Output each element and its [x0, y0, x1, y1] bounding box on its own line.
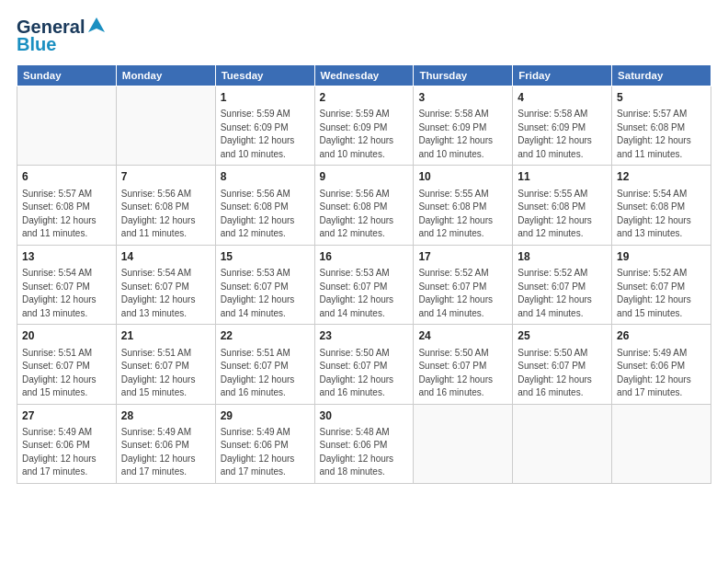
day-detail: Sunrise: 5:55 AM Sunset: 6:08 PM Dayligh…	[418, 188, 507, 241]
day-cell: 2Sunrise: 5:59 AM Sunset: 6:09 PM Daylig…	[314, 86, 414, 166]
page: General Blue SundayMondayTuesdayWednesda…	[0, 0, 728, 563]
day-detail: Sunrise: 5:49 AM Sunset: 6:06 PM Dayligh…	[22, 426, 111, 479]
day-cell: 14Sunrise: 5:54 AM Sunset: 6:07 PM Dayli…	[116, 245, 215, 324]
day-detail: Sunrise: 5:49 AM Sunset: 6:06 PM Dayligh…	[121, 426, 210, 479]
day-detail: Sunrise: 5:56 AM Sunset: 6:08 PM Dayligh…	[221, 188, 310, 241]
logo-icon	[86, 16, 107, 36]
day-detail: Sunrise: 5:50 AM Sunset: 6:07 PM Dayligh…	[320, 347, 409, 400]
day-number: 9	[320, 169, 409, 185]
day-number: 22	[221, 328, 310, 344]
day-detail: Sunrise: 5:52 AM Sunset: 6:07 PM Dayligh…	[518, 267, 607, 320]
day-detail: Sunrise: 5:50 AM Sunset: 6:07 PM Dayligh…	[418, 347, 507, 400]
day-detail: Sunrise: 5:50 AM Sunset: 6:07 PM Dayligh…	[518, 347, 607, 400]
day-detail: Sunrise: 5:54 AM Sunset: 6:07 PM Dayligh…	[22, 267, 111, 320]
calendar-header-thursday: Thursday	[414, 65, 513, 86]
day-detail: Sunrise: 5:51 AM Sunset: 6:07 PM Dayligh…	[221, 347, 310, 400]
day-number: 8	[221, 169, 310, 185]
day-cell: 24Sunrise: 5:50 AM Sunset: 6:07 PM Dayli…	[414, 325, 513, 404]
day-cell: 7Sunrise: 5:56 AM Sunset: 6:08 PM Daylig…	[116, 166, 215, 245]
day-cell: 6Sunrise: 5:57 AM Sunset: 6:08 PM Daylig…	[17, 166, 117, 245]
day-cell: 18Sunrise: 5:52 AM Sunset: 6:07 PM Dayli…	[513, 245, 612, 324]
day-number: 21	[121, 328, 210, 344]
day-cell: 22Sunrise: 5:51 AM Sunset: 6:07 PM Dayli…	[215, 325, 314, 404]
day-number: 13	[22, 249, 111, 265]
day-detail: Sunrise: 5:53 AM Sunset: 6:07 PM Dayligh…	[320, 267, 409, 320]
day-number: 2	[320, 90, 409, 106]
day-cell: 28Sunrise: 5:49 AM Sunset: 6:06 PM Dayli…	[116, 404, 215, 483]
week-row-3: 13Sunrise: 5:54 AM Sunset: 6:07 PM Dayli…	[17, 245, 711, 324]
day-number: 30	[320, 408, 409, 424]
day-detail: Sunrise: 5:55 AM Sunset: 6:08 PM Dayligh…	[518, 188, 607, 241]
day-cell: 12Sunrise: 5:54 AM Sunset: 6:08 PM Dayli…	[612, 166, 711, 245]
day-number: 19	[617, 249, 706, 265]
logo: General Blue	[17, 17, 107, 55]
day-cell	[612, 404, 711, 483]
calendar-header-row: SundayMondayTuesdayWednesdayThursdayFrid…	[17, 65, 711, 86]
day-cell	[414, 404, 513, 483]
day-number: 20	[22, 328, 111, 344]
day-cell: 21Sunrise: 5:51 AM Sunset: 6:07 PM Dayli…	[116, 325, 215, 404]
day-detail: Sunrise: 5:48 AM Sunset: 6:06 PM Dayligh…	[320, 426, 409, 479]
day-number: 24	[418, 328, 507, 344]
day-cell	[513, 404, 612, 483]
day-cell: 3Sunrise: 5:58 AM Sunset: 6:09 PM Daylig…	[414, 86, 513, 166]
day-number: 26	[617, 328, 706, 344]
calendar-header-saturday: Saturday	[612, 65, 711, 86]
week-row-2: 6Sunrise: 5:57 AM Sunset: 6:08 PM Daylig…	[17, 166, 711, 245]
day-number: 27	[22, 408, 111, 424]
day-number: 11	[518, 169, 607, 185]
day-cell: 20Sunrise: 5:51 AM Sunset: 6:07 PM Dayli…	[17, 325, 117, 404]
day-detail: Sunrise: 5:57 AM Sunset: 6:08 PM Dayligh…	[22, 188, 111, 241]
calendar-header-monday: Monday	[116, 65, 215, 86]
day-cell: 1Sunrise: 5:59 AM Sunset: 6:09 PM Daylig…	[215, 86, 314, 166]
day-number: 28	[121, 408, 210, 424]
day-number: 25	[518, 328, 607, 344]
day-number: 7	[121, 169, 210, 185]
day-number: 6	[22, 169, 111, 185]
day-cell: 10Sunrise: 5:55 AM Sunset: 6:08 PM Dayli…	[414, 166, 513, 245]
header: General Blue	[17, 17, 711, 55]
day-cell: 4Sunrise: 5:58 AM Sunset: 6:09 PM Daylig…	[513, 86, 612, 166]
day-number: 12	[617, 169, 706, 185]
day-cell: 5Sunrise: 5:57 AM Sunset: 6:08 PM Daylig…	[612, 86, 711, 166]
day-cell: 15Sunrise: 5:53 AM Sunset: 6:07 PM Dayli…	[215, 245, 314, 324]
day-cell	[17, 86, 117, 166]
day-cell: 13Sunrise: 5:54 AM Sunset: 6:07 PM Dayli…	[17, 245, 117, 324]
day-cell: 26Sunrise: 5:49 AM Sunset: 6:06 PM Dayli…	[612, 325, 711, 404]
calendar-body: 1Sunrise: 5:59 AM Sunset: 6:09 PM Daylig…	[17, 86, 711, 484]
day-cell	[116, 86, 215, 166]
day-detail: Sunrise: 5:54 AM Sunset: 6:08 PM Dayligh…	[617, 188, 706, 241]
day-detail: Sunrise: 5:51 AM Sunset: 6:07 PM Dayligh…	[121, 347, 210, 400]
day-number: 29	[221, 408, 310, 424]
logo-blue: Blue	[17, 34, 56, 55]
day-detail: Sunrise: 5:56 AM Sunset: 6:08 PM Dayligh…	[320, 188, 409, 241]
day-cell: 27Sunrise: 5:49 AM Sunset: 6:06 PM Dayli…	[17, 404, 117, 483]
day-detail: Sunrise: 5:51 AM Sunset: 6:07 PM Dayligh…	[22, 347, 111, 400]
day-number: 17	[418, 249, 507, 265]
day-detail: Sunrise: 5:52 AM Sunset: 6:07 PM Dayligh…	[418, 267, 507, 320]
day-detail: Sunrise: 5:49 AM Sunset: 6:06 PM Dayligh…	[221, 426, 310, 479]
day-detail: Sunrise: 5:58 AM Sunset: 6:09 PM Dayligh…	[418, 108, 507, 161]
calendar-header-tuesday: Tuesday	[215, 65, 314, 86]
day-number: 15	[221, 249, 310, 265]
day-number: 18	[518, 249, 607, 265]
calendar-header-sunday: Sunday	[17, 65, 117, 86]
day-detail: Sunrise: 5:59 AM Sunset: 6:09 PM Dayligh…	[221, 108, 310, 161]
day-number: 10	[418, 169, 507, 185]
svg-marker-0	[88, 17, 105, 32]
day-detail: Sunrise: 5:53 AM Sunset: 6:07 PM Dayligh…	[221, 267, 310, 320]
day-detail: Sunrise: 5:52 AM Sunset: 6:07 PM Dayligh…	[617, 267, 706, 320]
day-cell: 25Sunrise: 5:50 AM Sunset: 6:07 PM Dayli…	[513, 325, 612, 404]
day-cell: 17Sunrise: 5:52 AM Sunset: 6:07 PM Dayli…	[414, 245, 513, 324]
day-cell: 23Sunrise: 5:50 AM Sunset: 6:07 PM Dayli…	[314, 325, 414, 404]
day-cell: 30Sunrise: 5:48 AM Sunset: 6:06 PM Dayli…	[314, 404, 414, 483]
day-cell: 29Sunrise: 5:49 AM Sunset: 6:06 PM Dayli…	[215, 404, 314, 483]
day-number: 23	[320, 328, 409, 344]
day-number: 5	[617, 90, 706, 106]
day-cell: 8Sunrise: 5:56 AM Sunset: 6:08 PM Daylig…	[215, 166, 314, 245]
calendar-header-wednesday: Wednesday	[314, 65, 414, 86]
day-detail: Sunrise: 5:59 AM Sunset: 6:09 PM Dayligh…	[320, 108, 409, 161]
calendar-header-friday: Friday	[513, 65, 612, 86]
calendar-table: SundayMondayTuesdayWednesdayThursdayFrid…	[17, 64, 711, 484]
day-number: 4	[518, 90, 607, 106]
